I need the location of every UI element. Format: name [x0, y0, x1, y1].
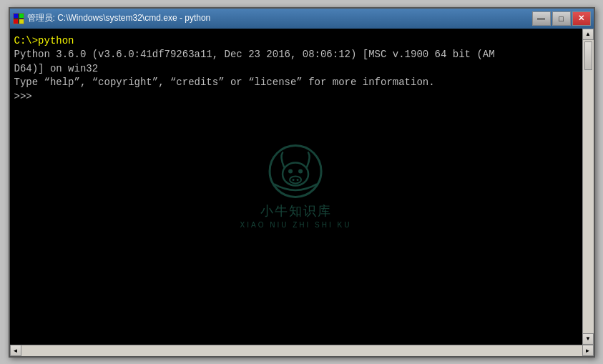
minimize-button[interactable]: —	[532, 11, 551, 26]
window-icon	[13, 13, 24, 24]
window-controls: — □ ✕	[532, 11, 591, 26]
horizontal-scroll-track[interactable]	[21, 345, 582, 356]
maximize-button[interactable]: □	[552, 11, 571, 26]
terminal-line-4: Type “help”, “copyright”, “credits” or “…	[14, 76, 578, 90]
watermark-logo-icon	[268, 142, 325, 200]
window-title: 管理员: C:\Windows\system32\cmd.exe - pytho…	[27, 12, 211, 24]
terminal-line-3: D64)] on win32	[14, 62, 578, 77]
terminal-line-1: C:\>python	[14, 34, 578, 49]
svg-point-10	[297, 178, 299, 180]
terminal-content[interactable]: C:\>python Python 3.6.0 (v3.6.0:41df7926…	[10, 29, 582, 345]
svg-point-4	[270, 145, 322, 197]
scroll-right-button[interactable]: ►	[582, 345, 594, 356]
watermark: 小牛知识库 XIAO NIU ZHI SHI KU	[240, 142, 352, 230]
svg-rect-0	[14, 14, 18, 18]
vertical-scrollbar[interactable]: ▲ ▼	[582, 29, 594, 345]
svg-point-8	[290, 176, 302, 183]
svg-point-7	[299, 169, 303, 173]
title-bar: 管理员: C:\Windows\system32\cmd.exe - pytho…	[10, 9, 594, 29]
window-body: C:\>python Python 3.6.0 (v3.6.0:41df7926…	[10, 29, 594, 345]
cmd-window: 管理员: C:\Windows\system32\cmd.exe - pytho…	[9, 7, 595, 358]
svg-rect-3	[19, 19, 24, 24]
watermark-cn-text: 小牛知识库	[260, 202, 332, 220]
svg-rect-2	[14, 19, 18, 24]
scroll-track[interactable]	[583, 40, 594, 333]
title-bar-left: 管理员: C:\Windows\system32\cmd.exe - pytho…	[13, 12, 211, 24]
watermark-en-text: XIAO NIU ZHI SHI KU	[240, 220, 352, 230]
scroll-thumb[interactable]	[584, 41, 592, 70]
horizontal-scrollbar[interactable]: ◄ ►	[10, 345, 594, 356]
svg-point-5	[283, 162, 309, 185]
scroll-left-button[interactable]: ◄	[10, 345, 21, 356]
terminal-line-5: >>>	[14, 90, 578, 104]
scroll-up-button[interactable]: ▲	[582, 29, 594, 40]
svg-point-9	[293, 178, 295, 180]
svg-rect-1	[19, 14, 24, 18]
close-button[interactable]: ✕	[572, 11, 591, 26]
svg-point-6	[289, 169, 293, 173]
scroll-down-button[interactable]: ▼	[582, 333, 594, 345]
terminal-line-2: Python 3.6.0 (v3.6.0:41df79263a11, Dec 2…	[14, 48, 578, 62]
